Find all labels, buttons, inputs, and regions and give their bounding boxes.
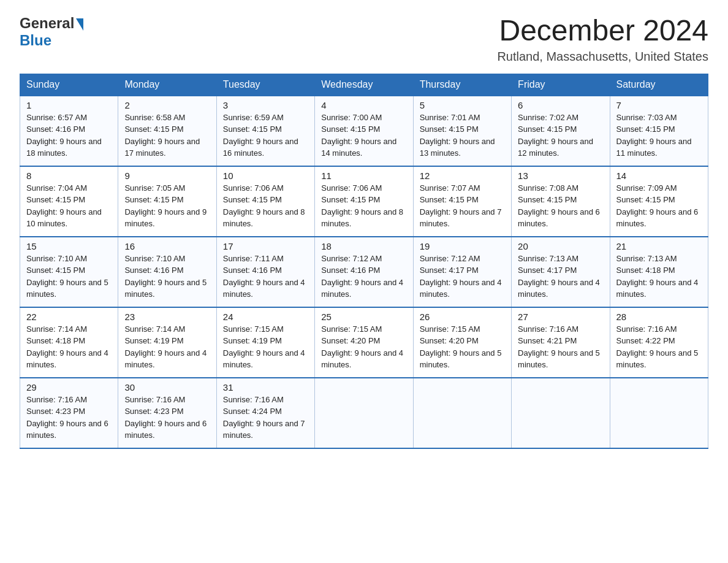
day-number: 27 [518,312,603,322]
day-info: Sunrise: 7:00 AMSunset: 4:15 PMDaylight:… [321,112,406,159]
day-info: Sunrise: 7:02 AMSunset: 4:15 PMDaylight:… [518,112,603,159]
calendar-cell: 28Sunrise: 7:16 AMSunset: 4:22 PMDayligh… [610,307,708,378]
day-number: 29 [26,382,112,393]
calendar-header: SundayMondayTuesdayWednesdayThursdayFrid… [20,74,708,96]
day-number: 10 [223,170,308,181]
day-number: 11 [321,170,406,181]
day-number: 16 [124,241,210,251]
month-title: December 2024 [497,15,708,47]
logo: General Blue [20,15,83,49]
day-number: 2 [124,100,210,110]
calendar-cell [610,378,708,448]
logo-blue-text: Blue [20,32,51,49]
day-number: 31 [223,382,308,393]
title-block: December 2024 Rutland, Massachusetts, Un… [497,15,708,64]
weekday-header-wednesday: Wednesday [315,74,413,96]
day-number: 24 [223,312,308,322]
day-info: Sunrise: 7:10 AMSunset: 4:15 PMDaylight:… [26,253,112,301]
calendar-cell: 17Sunrise: 7:11 AMSunset: 4:16 PMDayligh… [216,237,314,307]
day-info: Sunrise: 7:16 AMSunset: 4:23 PMDaylight:… [26,394,112,442]
calendar-cell: 10Sunrise: 7:06 AMSunset: 4:15 PMDayligh… [216,166,314,237]
calendar-cell: 29Sunrise: 7:16 AMSunset: 4:23 PMDayligh… [20,378,118,448]
day-number: 21 [616,241,702,251]
calendar-cell: 19Sunrise: 7:12 AMSunset: 4:17 PMDayligh… [413,237,511,307]
calendar-cell: 26Sunrise: 7:15 AMSunset: 4:20 PMDayligh… [413,307,511,378]
weekday-header-sunday: Sunday [20,74,118,96]
calendar-cell: 6Sunrise: 7:02 AMSunset: 4:15 PMDaylight… [512,96,610,166]
calendar-cell: 4Sunrise: 7:00 AMSunset: 4:15 PMDaylight… [315,96,413,166]
day-number: 9 [124,170,210,181]
calendar-cell: 16Sunrise: 7:10 AMSunset: 4:16 PMDayligh… [118,237,216,307]
logo-general-text: General [20,15,74,32]
day-info: Sunrise: 7:06 AMSunset: 4:15 PMDaylight:… [321,182,406,230]
calendar-cell: 25Sunrise: 7:15 AMSunset: 4:20 PMDayligh… [315,307,413,378]
calendar-cell: 18Sunrise: 7:12 AMSunset: 4:16 PMDayligh… [315,237,413,307]
weekday-header-friday: Friday [512,74,610,96]
day-number: 3 [223,100,308,110]
calendar-cell: 9Sunrise: 7:05 AMSunset: 4:15 PMDaylight… [118,166,216,237]
day-info: Sunrise: 7:16 AMSunset: 4:24 PMDaylight:… [223,394,308,442]
day-info: Sunrise: 7:16 AMSunset: 4:22 PMDaylight:… [616,323,702,371]
day-info: Sunrise: 7:15 AMSunset: 4:20 PMDaylight:… [420,323,505,371]
calendar-week-5: 29Sunrise: 7:16 AMSunset: 4:23 PMDayligh… [20,378,708,448]
calendar-cell: 7Sunrise: 7:03 AMSunset: 4:15 PMDaylight… [610,96,708,166]
day-info: Sunrise: 7:09 AMSunset: 4:15 PMDaylight:… [616,182,702,230]
logo-triangle-icon [76,18,83,31]
location-text: Rutland, Massachusetts, United States [497,50,708,64]
calendar-cell: 24Sunrise: 7:15 AMSunset: 4:19 PMDayligh… [216,307,314,378]
calendar-week-4: 22Sunrise: 7:14 AMSunset: 4:18 PMDayligh… [20,307,708,378]
day-number: 22 [26,312,112,322]
calendar-cell: 13Sunrise: 7:08 AMSunset: 4:15 PMDayligh… [512,166,610,237]
day-number: 17 [223,241,308,251]
calendar-cell: 20Sunrise: 7:13 AMSunset: 4:17 PMDayligh… [512,237,610,307]
day-number: 1 [26,100,112,110]
day-info: Sunrise: 7:07 AMSunset: 4:15 PMDaylight:… [420,182,505,230]
day-info: Sunrise: 7:11 AMSunset: 4:16 PMDaylight:… [223,253,308,301]
page-header: General Blue December 2024 Rutland, Mass… [20,15,708,64]
day-number: 25 [321,312,406,322]
calendar-table: SundayMondayTuesdayWednesdayThursdayFrid… [20,74,708,449]
day-number: 20 [518,241,603,251]
calendar-cell [315,378,413,448]
day-number: 30 [124,382,210,393]
day-number: 13 [518,170,603,181]
day-info: Sunrise: 7:13 AMSunset: 4:18 PMDaylight:… [616,253,702,301]
day-info: Sunrise: 7:16 AMSunset: 4:23 PMDaylight:… [124,394,210,442]
day-number: 15 [26,241,112,251]
weekday-header-tuesday: Tuesday [216,74,314,96]
day-number: 12 [420,170,505,181]
calendar-cell: 15Sunrise: 7:10 AMSunset: 4:15 PMDayligh… [20,237,118,307]
weekday-header-thursday: Thursday [413,74,511,96]
day-info: Sunrise: 6:59 AMSunset: 4:15 PMDaylight:… [223,112,308,159]
day-info: Sunrise: 7:14 AMSunset: 4:18 PMDaylight:… [26,323,112,371]
day-info: Sunrise: 6:57 AMSunset: 4:16 PMDaylight:… [26,112,112,159]
day-info: Sunrise: 7:05 AMSunset: 4:15 PMDaylight:… [124,182,210,230]
calendar-cell: 23Sunrise: 7:14 AMSunset: 4:19 PMDayligh… [118,307,216,378]
day-info: Sunrise: 7:12 AMSunset: 4:16 PMDaylight:… [321,253,406,301]
calendar-cell [413,378,511,448]
weekday-header-row: SundayMondayTuesdayWednesdayThursdayFrid… [20,74,708,96]
calendar-cell: 8Sunrise: 7:04 AMSunset: 4:15 PMDaylight… [20,166,118,237]
calendar-cell: 22Sunrise: 7:14 AMSunset: 4:18 PMDayligh… [20,307,118,378]
day-info: Sunrise: 7:10 AMSunset: 4:16 PMDaylight:… [124,253,210,301]
calendar-cell: 2Sunrise: 6:58 AMSunset: 4:15 PMDaylight… [118,96,216,166]
day-number: 23 [124,312,210,322]
day-number: 18 [321,241,406,251]
day-info: Sunrise: 7:12 AMSunset: 4:17 PMDaylight:… [420,253,505,301]
day-info: Sunrise: 7:15 AMSunset: 4:19 PMDaylight:… [223,323,308,371]
day-number: 14 [616,170,702,181]
calendar-week-2: 8Sunrise: 7:04 AMSunset: 4:15 PMDaylight… [20,166,708,237]
calendar-week-3: 15Sunrise: 7:10 AMSunset: 4:15 PMDayligh… [20,237,708,307]
day-number: 26 [420,312,505,322]
day-number: 8 [26,170,112,181]
day-info: Sunrise: 7:06 AMSunset: 4:15 PMDaylight:… [223,182,308,230]
weekday-header-monday: Monday [118,74,216,96]
day-info: Sunrise: 7:01 AMSunset: 4:15 PMDaylight:… [420,112,505,159]
day-info: Sunrise: 7:15 AMSunset: 4:20 PMDaylight:… [321,323,406,371]
calendar-body: 1Sunrise: 6:57 AMSunset: 4:16 PMDaylight… [20,96,708,448]
calendar-cell: 12Sunrise: 7:07 AMSunset: 4:15 PMDayligh… [413,166,511,237]
day-number: 28 [616,312,702,322]
calendar-cell: 27Sunrise: 7:16 AMSunset: 4:21 PMDayligh… [512,307,610,378]
day-number: 5 [420,100,505,110]
day-number: 19 [420,241,505,251]
